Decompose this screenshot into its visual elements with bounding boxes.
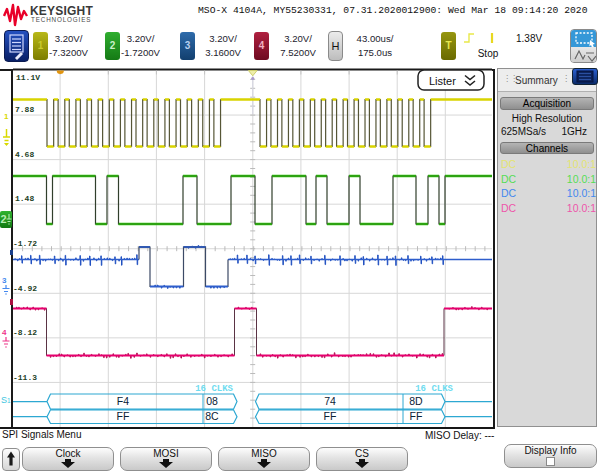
svg-text:-11.3: -11.3 <box>13 373 37 382</box>
svg-text:-8.12: -8.12 <box>13 328 37 337</box>
svg-text:7.88: 7.88 <box>15 105 34 114</box>
svg-text:FF: FF <box>410 410 423 422</box>
svg-text:4.68: 4.68 <box>15 150 34 159</box>
svg-text:FF: FF <box>324 410 337 422</box>
svg-text:8D: 8D <box>409 395 423 407</box>
svg-text:Lister: Lister <box>429 75 456 87</box>
svg-text:1.48: 1.48 <box>15 194 34 203</box>
svg-text:11.1V: 11.1V <box>16 73 40 82</box>
svg-text:16 CLKS: 16 CLKS <box>195 384 233 394</box>
svg-text:08: 08 <box>206 395 218 407</box>
svg-text:F4: F4 <box>117 395 129 407</box>
svg-text:74: 74 <box>324 395 336 407</box>
svg-text:-4.92: -4.92 <box>13 284 37 293</box>
svg-text:16 CLKS: 16 CLKS <box>415 384 453 394</box>
svg-text:FF: FF <box>117 410 130 422</box>
svg-text:-1.72: -1.72 <box>13 239 37 248</box>
svg-text:8C: 8C <box>205 410 219 422</box>
